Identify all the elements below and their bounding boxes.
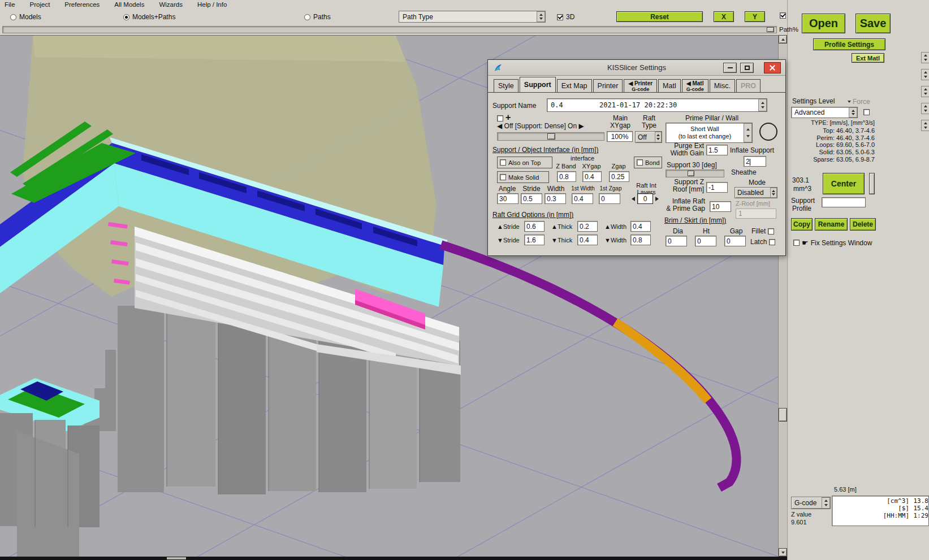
raft-top-thick-field[interactable]: 0.2 bbox=[577, 221, 598, 232]
minimize-button[interactable] bbox=[723, 63, 737, 73]
also-on-top-box[interactable] bbox=[500, 159, 506, 166]
close-button[interactable] bbox=[764, 62, 781, 73]
open-button[interactable]: Open bbox=[802, 14, 845, 33]
bottom-scroll-strip[interactable] bbox=[0, 557, 787, 560]
main-xygap-field[interactable]: 100% bbox=[607, 131, 633, 142]
radio-models[interactable]: Models bbox=[10, 13, 41, 21]
ext-matl-button[interactable]: Ext Matl bbox=[852, 53, 884, 63]
support-name-spinner-icon[interactable] bbox=[758, 99, 767, 111]
clipped-spinner-icon[interactable] bbox=[921, 52, 929, 63]
support-deg-slider[interactable] bbox=[666, 170, 724, 177]
center-button[interactable]: Center bbox=[823, 173, 865, 194]
path-type-spinner-icon[interactable] bbox=[537, 11, 545, 22]
path-display-checkbox[interactable] bbox=[780, 12, 786, 19]
dialog-titlebar[interactable]: KISSlicer Settings bbox=[488, 60, 785, 76]
reset-button[interactable]: Reset bbox=[616, 11, 703, 22]
raft-bot-width-field[interactable]: 0.8 bbox=[630, 235, 651, 245]
support-name-select[interactable]: 0.4 2021-01-17 20:22:30 bbox=[547, 98, 767, 112]
prime-pillar-dial[interactable] bbox=[759, 123, 777, 141]
brim-dia-field[interactable]: 0 bbox=[666, 236, 687, 246]
profile-name-field[interactable] bbox=[822, 197, 866, 207]
clipped-spinner-icon[interactable] bbox=[921, 86, 929, 97]
panel-grip[interactable] bbox=[869, 173, 875, 194]
level-extra-checkbox[interactable] bbox=[863, 109, 870, 115]
save-button[interactable]: Save bbox=[855, 14, 891, 33]
radio-paths-circle[interactable] bbox=[304, 14, 310, 20]
make-solid-box[interactable] bbox=[500, 174, 506, 180]
support-deg-slider-handle[interactable] bbox=[688, 171, 694, 176]
angle-field[interactable]: 30 bbox=[497, 193, 518, 204]
tab-matl[interactable]: Matl bbox=[658, 79, 681, 92]
support-density-slider-handle[interactable] bbox=[547, 133, 555, 140]
menu-project[interactable]: Project bbox=[30, 1, 50, 8]
bond-checkbox[interactable]: Bond bbox=[634, 157, 662, 168]
raft-int-decrement-icon[interactable] bbox=[632, 197, 635, 201]
brim-gap-field[interactable]: 0 bbox=[724, 236, 746, 246]
settings-level-select[interactable]: Advanced bbox=[791, 107, 858, 118]
maximize-button[interactable] bbox=[740, 63, 754, 73]
first-zgap-field[interactable]: 0 bbox=[599, 193, 620, 204]
latch-checkbox[interactable]: Latch bbox=[750, 238, 775, 246]
radio-models-paths-circle[interactable] bbox=[123, 14, 129, 20]
path-percent-slider-handle[interactable] bbox=[767, 27, 774, 32]
tab-printer[interactable]: Printer bbox=[593, 79, 623, 92]
raft-type-select[interactable]: Off bbox=[635, 131, 662, 143]
prime-pillar-spinner-icon[interactable] bbox=[744, 123, 752, 142]
menu-wizards[interactable]: Wizards bbox=[159, 1, 183, 8]
support-z-roof-field[interactable]: -1 bbox=[706, 182, 728, 193]
raft-top-stride-field[interactable]: 0.6 bbox=[524, 221, 545, 232]
raft-top-width-field[interactable]: 0.4 bbox=[630, 221, 651, 232]
purge-ext-field[interactable]: 1.5 bbox=[706, 145, 728, 155]
fix-settings-checkbox[interactable]: ☛ Fix Settings Window bbox=[793, 238, 872, 247]
tab-printer-gcode[interactable]: ◀ PrinterG-code bbox=[624, 79, 657, 92]
clipped-spinner-icon[interactable] bbox=[921, 69, 929, 80]
latch-box[interactable] bbox=[769, 239, 775, 245]
first-width-field[interactable]: 0.4 bbox=[572, 193, 593, 204]
vscrollbar-thumb[interactable] bbox=[779, 408, 787, 422]
raft-type-spinner-icon[interactable] bbox=[655, 132, 662, 142]
inflate-support-field[interactable]: 2 bbox=[744, 156, 766, 167]
clipped-spinner-icon[interactable] bbox=[921, 103, 929, 114]
delete-button[interactable]: Delete bbox=[850, 218, 876, 231]
iface-xygap-field[interactable]: 0.4 bbox=[582, 171, 602, 182]
tab-pro[interactable]: PRO bbox=[736, 79, 761, 92]
hscrollbar-thumb[interactable] bbox=[167, 557, 186, 559]
menu-help[interactable]: Help / Info bbox=[197, 1, 227, 8]
raft-bot-stride-field[interactable]: 1.6 bbox=[524, 235, 545, 245]
gcode-select[interactable]: G-code bbox=[791, 497, 831, 509]
rename-button[interactable]: Rename bbox=[815, 218, 848, 231]
3d-checkbox-box[interactable] bbox=[557, 14, 563, 20]
zgap-field[interactable]: 0.25 bbox=[609, 171, 629, 182]
menu-file[interactable]: File bbox=[5, 1, 15, 8]
path-percent-slider[interactable] bbox=[2, 26, 777, 33]
inflate-raft-field[interactable]: 10 bbox=[710, 201, 731, 212]
raft-int-field[interactable]: 0 bbox=[637, 193, 653, 204]
scroll-up-icon[interactable] bbox=[779, 35, 787, 44]
prime-pillar-select[interactable]: Short Wall (to last ext change) bbox=[666, 123, 753, 143]
stride-field[interactable]: 0.5 bbox=[521, 193, 542, 204]
tab-ext-map[interactable]: Ext Map bbox=[557, 79, 592, 92]
force-toggle[interactable]: Force bbox=[848, 98, 870, 106]
menu-preferences[interactable]: Preferences bbox=[64, 1, 100, 8]
raft-int-increment-icon[interactable] bbox=[655, 197, 659, 201]
tab-misc[interactable]: Misc. bbox=[710, 79, 735, 92]
radio-paths[interactable]: Paths bbox=[304, 13, 331, 21]
3d-checkbox[interactable]: 3D bbox=[557, 13, 574, 21]
tab-support[interactable]: Support bbox=[520, 77, 556, 92]
brim-ht-field[interactable]: 0 bbox=[695, 236, 716, 246]
raft-bot-thick-field[interactable]: 0.4 bbox=[577, 235, 598, 245]
bond-box[interactable] bbox=[637, 159, 643, 166]
copy-button[interactable]: Copy bbox=[791, 218, 813, 231]
gcode-spinner-icon[interactable] bbox=[822, 497, 830, 509]
clipped-spinner-icon[interactable] bbox=[921, 120, 929, 131]
settings-level-spinner-icon[interactable] bbox=[849, 107, 857, 118]
z-band-field[interactable]: 0.8 bbox=[557, 171, 576, 182]
tab-matl-gcode[interactable]: ◀ MatlG-code bbox=[682, 79, 708, 92]
menu-all-models[interactable]: All Models bbox=[114, 1, 144, 8]
fillet-checkbox[interactable]: Fillet bbox=[751, 227, 774, 235]
fix-settings-box[interactable] bbox=[793, 240, 800, 246]
mode-spinner-icon[interactable] bbox=[770, 188, 777, 198]
profile-settings-button[interactable]: Profile Settings bbox=[813, 38, 885, 50]
mode-select[interactable]: Disabled bbox=[734, 187, 777, 198]
radio-models-paths[interactable]: Models+Paths bbox=[123, 13, 175, 21]
